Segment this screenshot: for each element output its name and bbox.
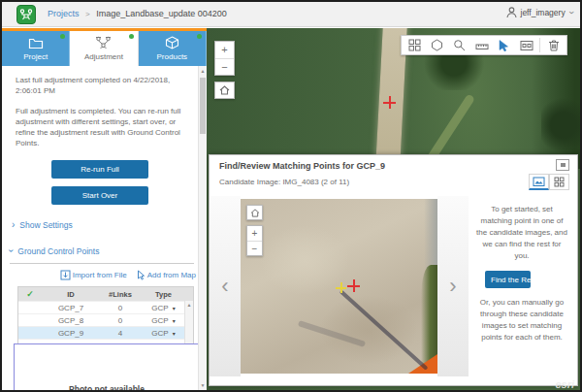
show-settings-label: Show Settings <box>19 220 72 230</box>
folder-icon <box>2 35 69 50</box>
home-button[interactable] <box>214 82 235 99</box>
grid-view-icon[interactable] <box>549 174 569 190</box>
chevron-down-icon: › <box>566 11 574 14</box>
add-from-map-link[interactable]: Add from Map <box>137 270 196 280</box>
image-texture <box>319 295 418 365</box>
gcp-type-dropdown[interactable]: GCP▾ <box>141 316 186 325</box>
project-title: Image_Landbase_update 004200 <box>96 9 227 18</box>
zoom-in-button[interactable]: + <box>215 42 234 58</box>
map-zoom-controls: + − <box>214 41 235 99</box>
gcp-section-title: Ground Control Points <box>17 246 99 256</box>
top-bar: Projects > Image_Landbase_update 004200 … <box>2 2 580 27</box>
image-pairs-icon[interactable] <box>515 37 537 53</box>
tab-label: Adjustment <box>70 52 137 61</box>
gcp-photo-preview: Photo not available <box>14 343 200 392</box>
sidebar-scrollbar[interactable]: ▲ ▼ <box>198 66 207 390</box>
tab-products[interactable]: Products <box>139 31 207 66</box>
tab-label: Products <box>139 52 206 61</box>
popout-icon[interactable] <box>556 159 569 171</box>
chevron-right-icon: › <box>12 219 15 230</box>
check-column-icon <box>18 289 42 299</box>
projected-gcp-red-cross[interactable] <box>347 279 360 292</box>
gcp-table-row[interactable]: GCP_94GCP▾ <box>18 326 193 339</box>
scroll-up-icon[interactable]: ▲ <box>199 68 207 74</box>
image-zoom-out-button[interactable]: − <box>247 241 262 255</box>
esri-attribution: esri <box>555 378 574 390</box>
matching-point-yellow-cross[interactable] <box>336 282 346 293</box>
gcp-table-row[interactable]: GCP_70GCP▾ <box>18 301 193 313</box>
drone-icon <box>70 35 137 50</box>
chevron-down-icon: › <box>6 249 16 252</box>
breadcrumb: Projects > Image_Landbase_update 004200 <box>48 9 227 18</box>
adjustment-panel-content: Last full adjustment completed on 4/22/2… <box>2 66 198 390</box>
home-icon <box>250 209 260 217</box>
app-window: Projects > Image_Landbase_update 004200 … <box>0 0 582 392</box>
start-over-button[interactable]: Start Over <box>51 186 148 205</box>
delete-icon[interactable] <box>542 37 565 53</box>
candidate-image-label: Candidate Image: IMG_4083 (2 of 11) <box>219 178 349 186</box>
view-toggle-group <box>529 174 569 190</box>
panel-title: Find/Review Matching Points for GCP_9 <box>219 161 385 171</box>
scrollbar-thumb[interactable] <box>200 78 206 134</box>
candidate-grid-icon[interactable] <box>404 37 426 53</box>
instruction-primary: To get started, set matching point in on… <box>475 204 568 262</box>
toolbar-divider <box>539 38 540 52</box>
dropdown-caret-icon: ▾ <box>173 331 176 337</box>
single-image-view-icon[interactable] <box>529 174 549 190</box>
gcp-type-dropdown[interactable]: GCP▾ <box>141 304 186 312</box>
import-label: Import from File <box>73 271 127 279</box>
next-image-button[interactable]: › <box>437 196 469 376</box>
image-home-button[interactable] <box>246 205 263 220</box>
select-gcp-icon[interactable] <box>493 37 515 53</box>
section-divider <box>10 263 194 264</box>
import-from-file-link[interactable]: Import from File <box>60 270 127 280</box>
measure-icon[interactable] <box>470 37 493 53</box>
scroll-down-icon[interactable]: ▼ <box>199 382 207 388</box>
status-dot <box>129 34 134 39</box>
gcp-actions: Import from File Add from Map <box>2 270 196 280</box>
add-label: Add from Map <box>147 271 196 279</box>
instruction-secondary: Or, you can manually go through these ca… <box>475 297 568 343</box>
rerun-full-button[interactable]: Re-run Full <box>51 160 148 179</box>
instructions-column: To get started, set matching point in on… <box>469 196 577 376</box>
photo-not-available-text: Photo not available <box>15 384 199 392</box>
gcp-id-cell: GCP_7 <box>42 304 100 312</box>
tab-label: Project <box>2 52 69 61</box>
dropdown-caret-icon: ▾ <box>173 306 176 311</box>
gcp-id-cell: GCP_8 <box>42 316 100 325</box>
map-imagery <box>541 96 580 154</box>
basemap-icon[interactable] <box>426 37 448 53</box>
user-name: jeff_imagery <box>521 8 566 17</box>
ortho-maker-logo-icon[interactable] <box>16 5 36 24</box>
gcp-type-dropdown[interactable]: GCP▾ <box>141 329 186 338</box>
show-settings-link[interactable]: ›Show Settings <box>12 219 198 230</box>
find-the-rest-button[interactable]: Find the Rest <box>485 271 531 288</box>
gcp-table-row[interactable]: GCP_80GCP▾ <box>18 313 193 326</box>
import-icon <box>60 270 71 280</box>
breadcrumb-projects-link[interactable]: Projects <box>48 9 80 18</box>
tab-adjustment[interactable]: Adjustment <box>70 31 138 66</box>
previous-image-button[interactable]: ‹ <box>210 196 241 376</box>
tab-project[interactable]: Project <box>2 31 70 66</box>
gcp-links-cell: 4 <box>100 329 141 338</box>
zoom-out-button[interactable]: − <box>215 58 234 75</box>
find-review-panel: Find/Review Matching Points for GCP_9 Ca… <box>209 154 578 386</box>
candidate-image[interactable]: + − <box>241 199 437 374</box>
scroll-up-icon[interactable]: ▲ <box>185 302 193 308</box>
gcp-section-toggle[interactable]: ›Ground Control Points <box>10 245 198 256</box>
map-view[interactable]: + − <box>207 28 580 390</box>
last-adjustment-status: Last full adjustment completed on 4/22/2… <box>16 75 186 96</box>
user-menu[interactable]: jeff_imagery › <box>506 7 573 18</box>
search-icon[interactable] <box>448 37 470 53</box>
candidate-image-viewer: ‹ + <box>210 196 469 376</box>
gcp-links-cell: 0 <box>100 304 141 312</box>
map-toolbar <box>401 35 567 55</box>
gcp-table-header: ID #Links Type <box>18 287 193 301</box>
panel-tabs: Project Adjustment Products <box>2 28 207 66</box>
home-icon <box>219 85 230 95</box>
image-texture <box>424 199 437 269</box>
gcp-marker-red-cross[interactable] <box>383 96 396 109</box>
breadcrumb-separator: > <box>85 10 90 18</box>
image-zoom-controls: + − <box>246 205 263 256</box>
image-zoom-in-button[interactable]: + <box>247 226 262 241</box>
